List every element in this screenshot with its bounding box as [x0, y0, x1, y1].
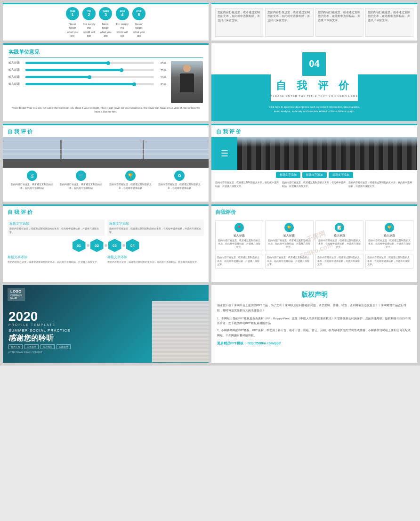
step-2-circle: TW 2 — [82, 7, 96, 20]
bc-3: 您的内容打在这里，或者通过复制您的文本后，在此框中选择粘贴，并选择只保留文字。 — [315, 254, 363, 269]
bottom-box-2-text: 您的内容打在这里，或者通过复制您的文本后，在此框中选择粘贴，并选择只保留文字。 — [107, 260, 204, 264]
progress-bar-2 — [25, 69, 122, 71]
slides-grid: ONE 1 Never forgetwhat you are TW 2 For … — [0, 0, 420, 366]
icon-col-2: 🛒 您的内容打在这里，或者通过复制您的文本，在此框中选择粘贴 — [60, 171, 103, 190]
step-1: ONE 1 Never forgetwhat you are — [65, 7, 80, 38]
copyright-title: 版权声明 — [217, 291, 412, 299]
eval-number: 04 — [302, 52, 326, 76]
year-text: 2020 — [8, 310, 146, 323]
eval-title-cn: 自 我 评 价 — [276, 79, 352, 93]
progress-left: 输入标题 65% 输入标题 75% 输入标题 — [8, 61, 166, 103]
input-card-1-title: 输入标题 — [234, 234, 245, 238]
bottom-box-2: 标题文字添加 您的内容打在这里，或者通过复制您的文本后，在此框中选择粘贴，并选择… — [107, 255, 204, 264]
progress-row-2: 输入标题 75% — [8, 68, 166, 72]
input-card-2: 🏆 输入标题 您的内容打在这里，或者通过复制您的文本后，在此框中选择粘贴，并选择… — [265, 220, 313, 251]
icon-print: 🖨 — [27, 171, 37, 181]
slide-self-eval-building: 自 我 评 价 ☰ 标题文字添加 标题文字添加 标题文字添加 您的内容打在这里，… — [211, 124, 417, 202]
progress-bar-bg-2 — [25, 69, 154, 71]
more-link-url: http://588ku.com/ppt/ — [248, 342, 281, 345]
progress-section: 输入标题 65% 输入标题 75% 输入标题 — [8, 61, 203, 103]
bottom-box-2-title: 标题文字添加 — [107, 255, 204, 260]
building-visual: ☰ — [211, 137, 417, 170]
text-box-4: 您的内容打在这里，或者通过复制您的文本，在此框中选择粘贴，并选择只保留文字。 — [365, 8, 413, 37]
input-icon-2: 🏆 — [284, 223, 294, 232]
building-blue-box: ☰ — [211, 137, 237, 170]
building-sky — [237, 137, 417, 147]
text-box-2: 您的内容打在这里，或者通过复制您的文本，在此框中选择粘贴，并选择只保留文字。 — [265, 8, 313, 37]
input-card-4-title: 输入标题 — [384, 234, 395, 238]
progress-bar-bg-1 — [25, 62, 154, 64]
suit-image — [171, 61, 203, 103]
tag-2: 标题文字添加 — [302, 172, 327, 178]
copyright-item-1: 1、本网站出售的PPT模板是鱼免素材（RF：Royalty-Free）正版《中国… — [217, 316, 412, 326]
hex-title: 自 我 评 价 — [8, 209, 204, 218]
inputs-title: 自我评价 — [215, 209, 413, 218]
input-card-1-text: 您的内容打在这里，或者通过复制您的文本后，在此框中选择粘贴，并选择只保留文字。 — [218, 239, 261, 249]
step-4: FOU 4 For surely theworld will not — [115, 7, 130, 38]
step-4-circle: FOU 4 — [116, 7, 129, 20]
eval-bottom: Click here to enter text descriptions su… — [261, 101, 368, 117]
step-3-text: Never forgetwhat you are — [98, 22, 113, 38]
profile-text: PROFILE TEMPLATE — [8, 323, 146, 326]
input-card-4-text: 您的内容打在这里，或者通过复制您的文本后，在此框中选择粘贴，并选择只保留文字。 — [368, 239, 411, 249]
copyright-item-2: 2、不得将本网的PPT模板，PPT素材，本套用于再出售，或者出借、出租、转让、分… — [217, 328, 412, 338]
icon-recycle: ♻ — [174, 171, 185, 181]
bridge-tower-left — [60, 140, 62, 159]
bottom-box-1-text: 您的内容打在这里，或者通过复制您的文本后，在此框中选择粘贴，并选择只保留文字。 — [8, 260, 105, 264]
slide-self-eval-hex: 自 我 评 价 标题文字添加 您的内容打在这里，或者通过复制就您的文本后，在此框… — [3, 204, 209, 282]
step-2: TW 2 For surely theworld will not — [81, 7, 97, 38]
step-3: THRE 3 Never forgetwhat you are — [98, 7, 113, 38]
icon-text-2: 您的内容打在这里，或者通过复制您的文本，在此框中选择粘贴 — [60, 183, 103, 190]
progress-bar-bg-4 — [25, 83, 154, 85]
thanks-top: LOGO COMPANYNAME — [3, 285, 209, 301]
input-card-2-text: 您的内容打在这里，或者通过复制您的文本后，在此框中选择粘贴，并选择只保留文字。 — [267, 239, 311, 249]
menu-icon: ☰ — [221, 148, 228, 159]
top-box-1-title: 标题文字添加 — [9, 221, 103, 226]
tag-intern: 实习报告 — [40, 344, 55, 349]
practice-bottom-text: Never forget what you are, for surely th… — [8, 106, 203, 114]
logo-box: LOGO COMPANYNAME — [8, 288, 25, 301]
three-cols: 您的内容打在这里，或者通过复制您的文本后，在此框中选择粘贴，并选择只保留文字。 … — [211, 180, 417, 191]
bottom-box-1: 标题文字添加 您的内容打在这里，或者通过复制您的文本后，在此框中选择粘贴，并选择… — [8, 255, 105, 264]
bridge-tower-right — [143, 140, 144, 159]
step-5-circle: FIVE 5 — [132, 7, 145, 20]
more-link-text: 更多精品PPT模板： — [217, 342, 247, 345]
step-2-text: For surely theworld will not — [81, 22, 97, 38]
slide-thanks: LOGO COMPANYNAME 2020 PROFILE TEMPLATE S… — [3, 285, 209, 363]
input-card-3-title: 输入标题 — [334, 234, 345, 238]
col-text-1: 您的内容打在这里，或者通过复制您的文本后，在此框中选择粘贴，并选择只保留文字。 — [215, 181, 280, 188]
logo-text: LOGO — [10, 289, 22, 294]
input-grid: 📍 输入标题 您的内容打在这里，或者通过复制您的文本后，在此框中选择粘贴，并选择… — [215, 220, 413, 251]
icon-col-4: ♻ 您的内容打在这里，或者通过复制您的文本，在此框中选择粘贴 — [158, 171, 201, 190]
thanks-content: 2020 PROFILE TEMPLATE SUMMER SOCIAL PRAC… — [3, 301, 209, 363]
practice-title: 实践单位意见 — [8, 49, 203, 58]
icons-row: 🖨 您的内容打在这里，或者通过复制您的文本，在此框中选择粘贴 🛒 您的内容打在这… — [3, 168, 209, 191]
bc-4: 您的内容打在这里，或者通过复制您的文本后，在此框中选择粘贴，并选择只保留文字。 — [365, 254, 413, 269]
hex-4: 04 — [126, 239, 139, 252]
tag-work: 工作总结 — [24, 344, 39, 349]
bc-1: 您的内容打在这里，或者通过复制您的文本后，在此框中选择粘贴，并选择只保留文字。 — [215, 254, 263, 269]
progress-row-3: 输入标题 50% — [8, 75, 166, 79]
step-5: FIVE 5 Never forgetwhat you are — [131, 7, 146, 38]
tag-practice: 实践总结 — [57, 344, 71, 349]
water-1 — [3, 149, 209, 150]
bridge-title: 自 我 评 价 — [3, 125, 209, 137]
step-1-text: Never forgetwhat you are — [65, 22, 80, 38]
top-boxes: 标题文字添加 您的内容打在这里，或者通过复制就您的文本后，在此框中选择粘贴，并选… — [8, 220, 204, 236]
step-3-circle: THRE 3 — [99, 7, 112, 20]
website-text: HTTP://WWW.588KU.COM/PPT — [8, 351, 146, 354]
tags-row: 标题文字添加 标题文字添加 标题文字添加 — [211, 170, 417, 180]
col-text-3: 您的内容打在这里，或者通过复制您的文本后，在此框中选择粘贴，并选择只保留文字。 — [348, 181, 413, 188]
steps-container: ONE 1 Never forgetwhat you are TW 2 For … — [61, 8, 150, 37]
water-2 — [3, 154, 209, 155]
keyboard-visual — [152, 301, 209, 362]
icon-text-4: 您的内容打在这里，或者通过复制您的文本，在此框中选择粘贴 — [158, 183, 201, 190]
input-icon-4: 🏆 — [385, 223, 394, 232]
tag-biz: 商务汇报 — [8, 344, 23, 349]
step-4-text: For surely theworld will not — [115, 22, 130, 38]
slide-self-eval-inputs: IC 千库网588ku.com 自我评价 📍 输入标题 您的内容打在这里，或者通… — [211, 204, 417, 282]
slide-practice-opinion: 实践单位意见 输入标题 65% 输入标题 75% — [3, 43, 209, 121]
bridge-image — [3, 137, 209, 168]
icon-text-1: 您的内容打在这里，或者通过复制您的文本，在此框中选择粘贴 — [10, 183, 54, 190]
bottom-box-1-title: 标题文字添加 — [8, 255, 105, 260]
